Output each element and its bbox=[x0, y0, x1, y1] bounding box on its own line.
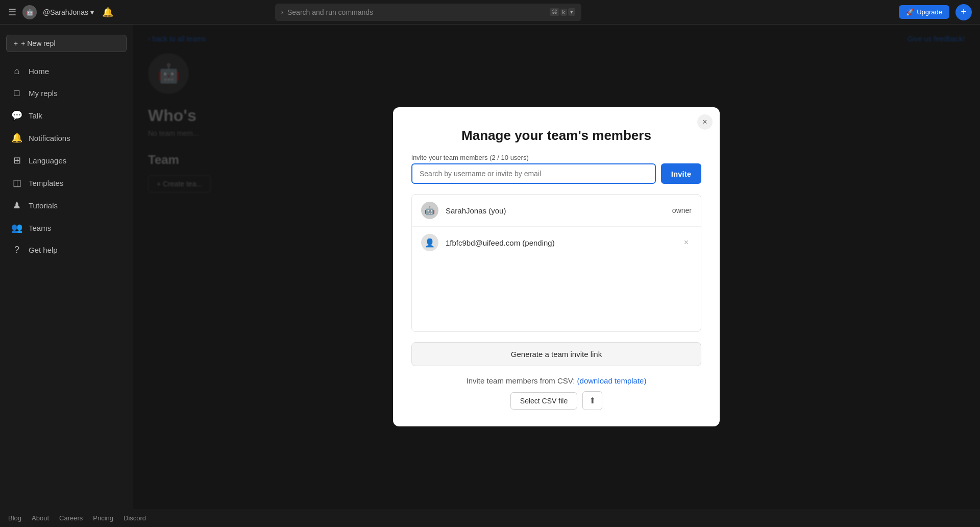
bell-icon[interactable]: 🔔 bbox=[102, 7, 113, 18]
member-item-owner: 🤖 SarahJonas (you) owner bbox=[412, 195, 701, 227]
upgrade-icon: 🚀 bbox=[906, 8, 914, 16]
modal-close-button[interactable]: × bbox=[697, 114, 713, 130]
search-chevron-icon: › bbox=[281, 9, 283, 16]
sidebar-item-languages[interactable]: ⊞ Languages bbox=[3, 150, 130, 171]
members-list: 🤖 SarahJonas (you) owner 👤 1fbfc9bd@uife… bbox=[411, 194, 701, 332]
help-icon: ? bbox=[11, 245, 22, 255]
sidebar-item-tutorials[interactable]: ♟ Tutorials bbox=[3, 195, 130, 216]
footer-discord[interactable]: Discord bbox=[124, 514, 146, 522]
footer: Blog About Careers Pricing Discord bbox=[0, 509, 980, 527]
sidebar-item-home[interactable]: ⌂ Home bbox=[3, 61, 130, 82]
sidebar-item-notifications[interactable]: 🔔 Notifications bbox=[3, 127, 130, 149]
member-name-sarah: SarahJonas (you) bbox=[446, 206, 665, 215]
teams-icon: 👥 bbox=[11, 222, 22, 233]
remove-pending-button[interactable]: × bbox=[681, 237, 692, 248]
content-area: ‹ back to all teams Give us feedback! 🤖 … bbox=[133, 25, 980, 509]
download-template-link[interactable]: (download template) bbox=[577, 376, 647, 385]
csv-label: Invite team members from CSV: (download … bbox=[411, 376, 701, 385]
footer-about[interactable]: About bbox=[32, 514, 49, 522]
sidebar-item-my-repls[interactable]: □ My repls bbox=[3, 83, 130, 104]
invite-button[interactable]: Invite bbox=[661, 163, 701, 184]
footer-careers[interactable]: Careers bbox=[59, 514, 83, 522]
invite-section: invite your team members (2 / 10 users) … bbox=[411, 154, 701, 184]
member-avatar-pending: 👤 bbox=[421, 234, 438, 251]
home-icon: ⌂ bbox=[11, 66, 22, 77]
new-repl-button[interactable]: + + New repl bbox=[6, 35, 127, 52]
main-layout: + + New repl ⌂ Home □ My repls 💬 Talk 🔔 … bbox=[0, 25, 980, 509]
search-placeholder-text: Search and run commands bbox=[287, 8, 546, 16]
keyboard-shortcut: ⌘ k ▾ bbox=[550, 8, 576, 16]
member-item-pending: 👤 1fbfc9bd@uifeed.com (pending) × bbox=[412, 227, 701, 258]
languages-icon: ⊞ bbox=[11, 155, 22, 166]
sidebar-item-teams[interactable]: 👥 Teams bbox=[3, 217, 130, 238]
member-avatar-sarah: 🤖 bbox=[421, 202, 438, 219]
sidebar-item-get-help[interactable]: ? Get help bbox=[3, 239, 130, 260]
menu-icon[interactable]: ☰ bbox=[8, 7, 16, 18]
username-button[interactable]: @SarahJonas ▾ bbox=[43, 8, 94, 16]
modal-title: Manage your team's members bbox=[411, 128, 701, 143]
manage-members-modal: × Manage your team's members invite your… bbox=[393, 107, 720, 426]
notifications-icon: 🔔 bbox=[11, 132, 22, 143]
member-role-sarah: owner bbox=[672, 206, 692, 214]
topbar: ☰ 🤖 @SarahJonas ▾ 🔔 › Search and run com… bbox=[0, 0, 980, 25]
csv-upload-icon-button[interactable]: ⬆ bbox=[582, 391, 602, 410]
topbar-right: 🚀 Upgrade + bbox=[899, 4, 972, 20]
modal-overlay: × Manage your team's members invite your… bbox=[133, 25, 980, 509]
new-repl-topbar-button[interactable]: + bbox=[955, 4, 972, 20]
invite-input[interactable] bbox=[411, 163, 656, 184]
app-container: ☰ 🤖 @SarahJonas ▾ 🔔 › Search and run com… bbox=[0, 0, 980, 527]
sidebar-item-talk[interactable]: 💬 Talk bbox=[3, 105, 130, 126]
templates-icon: ◫ bbox=[11, 177, 22, 188]
csv-buttons: Select CSV file ⬆ bbox=[411, 391, 701, 410]
repls-icon: □ bbox=[11, 88, 22, 99]
select-csv-button[interactable]: Select CSV file bbox=[510, 392, 577, 410]
footer-blog[interactable]: Blog bbox=[8, 514, 21, 522]
sidebar: + + New repl ⌂ Home □ My repls 💬 Talk 🔔 … bbox=[0, 25, 133, 509]
user-avatar: 🤖 bbox=[22, 5, 37, 19]
plus-icon: + bbox=[14, 39, 18, 47]
talk-icon: 💬 bbox=[11, 110, 22, 121]
invite-label: invite your team members (2 / 10 users) bbox=[411, 154, 701, 161]
csv-section: Invite team members from CSV: (download … bbox=[411, 376, 701, 410]
footer-pricing[interactable]: Pricing bbox=[93, 514, 113, 522]
command-search[interactable]: › Search and run commands ⌘ k ▾ bbox=[275, 4, 581, 21]
tutorials-icon: ♟ bbox=[11, 200, 22, 211]
sidebar-item-templates[interactable]: ◫ Templates bbox=[3, 172, 130, 194]
generate-invite-link-button[interactable]: Generate a team invite link bbox=[411, 342, 701, 366]
upgrade-button[interactable]: 🚀 Upgrade bbox=[899, 5, 949, 19]
member-name-pending: 1fbfc9bd@uifeed.com (pending) bbox=[446, 238, 674, 247]
invite-row: Invite bbox=[411, 163, 701, 184]
